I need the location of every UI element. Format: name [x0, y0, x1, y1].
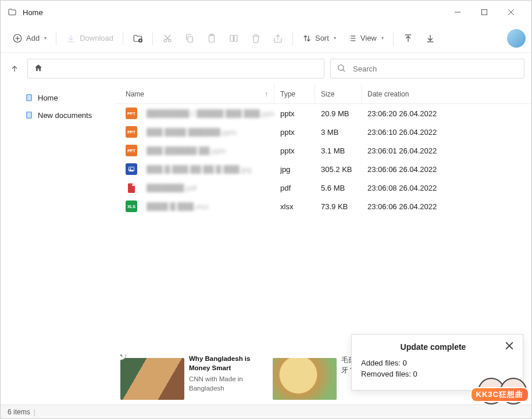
- title-bar: Home: [1, 1, 531, 24]
- sort-label: Sort: [315, 34, 329, 42]
- file-type: xlsx: [274, 202, 315, 211]
- folder-icon: [8, 8, 17, 17]
- sidebar-item-label: Home: [38, 94, 58, 102]
- search-icon: [337, 63, 346, 74]
- sort-button[interactable]: Sort ▾: [297, 28, 342, 49]
- file-size: 20.9 MB: [315, 109, 362, 118]
- cut-button[interactable]: [156, 28, 178, 49]
- file-row[interactable]: PPT███ ████ ██████.pptxpptx3 MB23:06:10 …: [115, 123, 531, 141]
- new-folder-button[interactable]: [127, 28, 149, 49]
- file-name: ███ ██████ ██.pptx: [147, 146, 226, 155]
- ad-source: 牙？: [341, 365, 351, 375]
- svg-rect-20: [234, 35, 237, 41]
- column-header-type[interactable]: Type: [274, 84, 315, 103]
- file-size: 305.2 KB: [315, 165, 362, 174]
- file-date: 23:06:20 26.04.2022: [362, 109, 531, 118]
- ad-strip: ✕ Why Bangladesh is Money Smart CNN with…: [120, 354, 351, 403]
- file-name: ███████.pdf: [147, 184, 197, 192]
- share-button[interactable]: [267, 28, 289, 49]
- search-box[interactable]: [330, 59, 524, 78]
- file-name: ████ █ ███.xlsx: [147, 202, 209, 211]
- separator: [393, 31, 394, 45]
- column-header-date[interactable]: Date creation: [362, 84, 531, 103]
- file-size: 73.9 KB: [315, 202, 362, 211]
- sidebar-item-home[interactable]: Home: [25, 89, 115, 106]
- file-type: pptx: [274, 128, 315, 137]
- file-date: 23:06:08 26.04.2022: [362, 184, 531, 192]
- file-row[interactable]: PPT███ ██████ ██.pptxpptx3.1 MB23:06:01 …: [115, 141, 531, 160]
- svg-rect-1: [482, 10, 487, 15]
- file-size: 3.1 MB: [315, 146, 362, 155]
- upload-button[interactable]: [397, 28, 419, 49]
- file-size: 5.6 MB: [315, 184, 362, 192]
- sidebar-item-label: New documents: [38, 111, 92, 120]
- page-icon: [25, 111, 33, 119]
- watermark-label: KK3C狂想曲: [470, 387, 529, 402]
- toast-removed-row: Removed files: 0: [361, 370, 513, 378]
- download-button[interactable]: Download: [60, 28, 119, 49]
- file-date: 23:06:06 26.04.2022: [362, 165, 531, 174]
- status-bar: 6 items |: [1, 404, 531, 418]
- file-type: pptx: [274, 109, 315, 118]
- ad-source: CNN with Made in Bangladesh: [189, 375, 265, 393]
- svg-rect-38: [27, 112, 31, 119]
- copy-button[interactable]: [178, 28, 201, 49]
- chevron-down-icon: ▾: [44, 35, 47, 41]
- svg-line-36: [343, 69, 345, 71]
- toolbar: Add ▾ Download Sort ▾ View ▾: [1, 24, 531, 53]
- file-date: 23:06:10 26.04.2022: [362, 128, 531, 137]
- file-row[interactable]: ███████.pdfpdf5.6 MB23:06:08 26.04.2022: [115, 178, 531, 197]
- ad-headline: 毛孩: [341, 354, 351, 365]
- file-name: ████████.C█████ ███ ███.pptx: [147, 109, 274, 118]
- toast-close-button[interactable]: [505, 342, 513, 352]
- breadcrumb[interactable]: [27, 59, 324, 78]
- user-avatar[interactable]: [507, 29, 526, 48]
- file-type: jpg: [274, 165, 315, 174]
- file-row[interactable]: PPT████████.C█████ ███ ███.pptxpptx20.9 …: [115, 104, 531, 123]
- nav-up-button[interactable]: [8, 64, 22, 73]
- column-header-row: Name ↑ Type Size Date creation: [115, 84, 531, 104]
- download-label: Download: [80, 34, 113, 42]
- download-all-button[interactable]: [419, 28, 441, 49]
- svg-rect-16: [188, 37, 192, 42]
- home-icon: [34, 63, 43, 74]
- svg-rect-37: [27, 95, 31, 101]
- svg-rect-19: [230, 35, 233, 41]
- sidebar: Home New documents: [1, 84, 115, 381]
- view-button[interactable]: View ▾: [342, 28, 390, 49]
- chevron-down-icon: ▾: [334, 35, 336, 41]
- file-row[interactable]: XLS████ █ ███.xlsxxlsx73.9 KB23:06:06 26…: [115, 197, 531, 216]
- rename-button[interactable]: [223, 28, 245, 49]
- ad-headline: Why Bangladesh is Money Smart: [189, 354, 265, 373]
- svg-point-35: [338, 65, 344, 70]
- column-header-size[interactable]: Size: [315, 84, 362, 103]
- minimize-button[interactable]: [444, 3, 471, 22]
- file-type: pptx: [274, 146, 315, 155]
- ad-card[interactable]: Why Bangladesh is Money Smart CNN with M…: [120, 354, 265, 403]
- maximize-button[interactable]: [471, 3, 498, 22]
- delete-button[interactable]: [245, 28, 267, 49]
- close-button[interactable]: [498, 3, 524, 22]
- file-row[interactable]: ███.█.███.██ ██ █ ███.jpgjpg305.2 KB23:0…: [115, 160, 531, 178]
- nav-row: [1, 53, 531, 84]
- search-input[interactable]: [353, 65, 518, 73]
- add-label: Add: [26, 34, 40, 42]
- toast-title: Update complete: [361, 342, 505, 352]
- chevron-down-icon: ▾: [381, 35, 384, 41]
- file-name: ███ ████ ██████.pptx: [147, 128, 237, 137]
- separator: [56, 31, 56, 45]
- file-date: 23:06:06 26.04.2022: [362, 202, 531, 211]
- file-size: 3 MB: [315, 128, 362, 137]
- add-button[interactable]: Add ▾: [6, 28, 52, 49]
- file-type: pdf: [274, 184, 315, 192]
- ad-card[interactable]: 毛孩 牙？: [273, 354, 351, 403]
- view-label: View: [360, 34, 377, 42]
- arrow-up-icon: ↑: [265, 90, 268, 98]
- file-date: 23:06:01 26.04.2022: [362, 146, 531, 155]
- page-icon: [25, 94, 33, 102]
- paste-button[interactable]: [201, 28, 223, 49]
- separator: [123, 31, 123, 45]
- file-name: ███.█.███.██ ██ █ ███.jpg: [147, 165, 252, 174]
- column-header-name[interactable]: Name ↑: [115, 84, 274, 103]
- sidebar-item-new-documents[interactable]: New documents: [25, 106, 115, 124]
